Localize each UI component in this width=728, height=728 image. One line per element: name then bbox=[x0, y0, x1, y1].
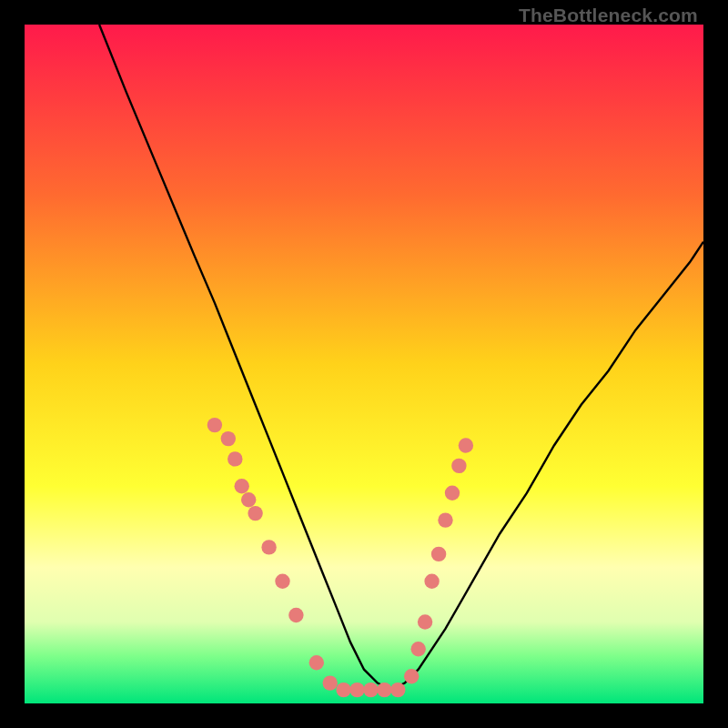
data-point bbox=[445, 486, 460, 500]
data-point bbox=[228, 451, 242, 466]
data-point bbox=[459, 438, 473, 452]
data-point bbox=[235, 479, 249, 493]
data-point bbox=[349, 682, 364, 697]
data-point bbox=[221, 431, 236, 446]
data-point bbox=[451, 459, 466, 473]
data-point bbox=[377, 682, 391, 697]
data-point bbox=[418, 614, 432, 629]
data-point bbox=[288, 608, 303, 622]
data-point bbox=[404, 669, 419, 683]
data-point bbox=[248, 506, 262, 521]
data-point bbox=[424, 574, 439, 589]
data-point bbox=[207, 418, 222, 432]
data-point bbox=[309, 655, 324, 670]
data-point bbox=[261, 540, 276, 554]
data-point bbox=[411, 642, 426, 656]
watermark-text: TheBottleneck.com bbox=[519, 5, 698, 26]
chart-background bbox=[25, 25, 703, 703]
data-point bbox=[323, 675, 338, 690]
data-point bbox=[363, 682, 378, 697]
data-point bbox=[390, 682, 405, 697]
data-point bbox=[275, 574, 289, 589]
data-point bbox=[241, 492, 256, 507]
bottleneck-chart bbox=[25, 25, 703, 703]
data-point bbox=[336, 682, 350, 697]
chart-frame bbox=[25, 25, 703, 703]
data-point bbox=[438, 512, 452, 527]
data-point bbox=[431, 547, 446, 561]
